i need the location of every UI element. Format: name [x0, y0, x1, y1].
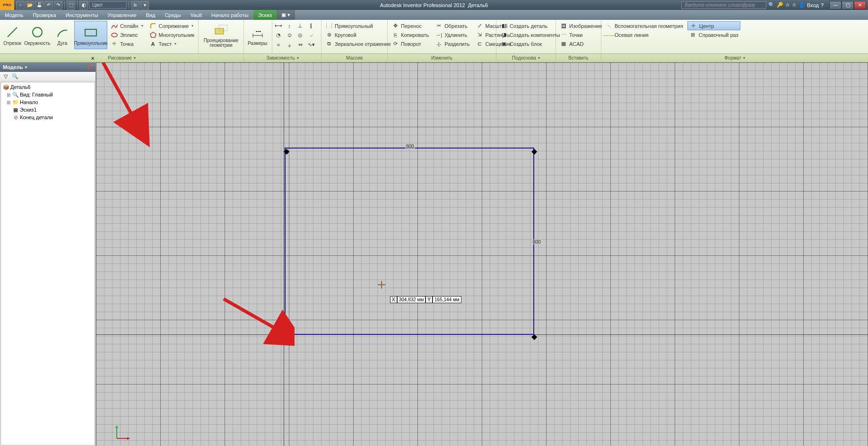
maximize-button[interactable]: ▢: [842, 1, 854, 9]
coord-y-value[interactable]: 165,144 мм: [433, 296, 461, 303]
tool-spline[interactable]: Сплайн▾: [109, 21, 145, 30]
tool-fillet[interactable]: Сопряжение▾: [148, 21, 196, 30]
user-icon[interactable]: 👤: [799, 2, 805, 8]
qat-fx[interactable]: fx: [131, 1, 139, 9]
panel-label-format[interactable]: Формат▾: [601, 54, 868, 62]
star-icon[interactable]: ☆: [785, 2, 790, 8]
panel-label-insert[interactable]: Вставить: [556, 54, 601, 62]
tool-construction[interactable]: ⟍Вспомогательная геометрия: [603, 21, 685, 30]
qat-select[interactable]: ⬚: [67, 1, 75, 9]
constraint-coincident[interactable]: ⊙: [285, 31, 295, 40]
tool-centerpoint[interactable]: ✛Центр: [687, 21, 740, 30]
menu-manage[interactable]: Управление: [103, 10, 141, 20]
tool-extend[interactable]: →|Удлинить: [433, 30, 471, 39]
tool-rectangle[interactable]: Прямоугольник: [74, 21, 107, 49]
panel-label-layout[interactable]: Подоснова▾: [496, 54, 556, 62]
tree-root[interactable]: 📦Деталь6: [2, 83, 94, 91]
tool-circle[interactable]: Окружность: [24, 21, 51, 49]
login-link[interactable]: Вход: [807, 2, 819, 8]
tool-split[interactable]: -|-Разделить: [433, 39, 471, 48]
constraint-perp[interactable]: ⊥: [295, 21, 306, 30]
tool-make-block[interactable]: ▣Создать блок: [498, 39, 562, 48]
menu-collapse[interactable]: ▣ ▾: [277, 10, 295, 20]
menu-sketch[interactable]: Эскиз: [253, 10, 277, 20]
tree-end[interactable]: ⊘Конец детали: [2, 114, 94, 121]
tool-circ-pattern[interactable]: ⊛Круговой: [323, 30, 393, 39]
corner-handle-tr[interactable]: ◆: [531, 147, 535, 150]
help-icon[interactable]: ?: [821, 2, 824, 8]
tree-view[interactable]: ⊞🔍Вид: Главный: [2, 91, 94, 98]
constraint-vertical[interactable]: ↕: [285, 21, 295, 30]
view-triad[interactable]: [113, 423, 132, 442]
tool-project-geometry[interactable]: Проецирование геометрии: [200, 21, 243, 49]
tool-arc[interactable]: Дуга: [51, 21, 74, 49]
qat-open[interactable]: 📂: [26, 1, 34, 9]
dimension-horizontal[interactable]: 800: [405, 144, 415, 149]
minimize-button[interactable]: —: [829, 1, 842, 9]
qat-material[interactable]: ◐: [79, 1, 88, 9]
tree-sketch[interactable]: ▦Эскиз1: [2, 106, 94, 114]
panel-label-constraint[interactable]: Зависимость▾: [244, 54, 321, 62]
app-logo[interactable]: PRO: [0, 0, 14, 10]
tool-polygon[interactable]: Многоугольник: [148, 30, 196, 39]
tool-trim[interactable]: ✂Обрезать: [433, 21, 471, 30]
corner-handle-br[interactable]: ◆: [531, 332, 535, 336]
browser-header[interactable]: Модель▾ 📌: [0, 62, 95, 72]
menu-tools[interactable]: Инструменты: [61, 10, 103, 20]
constraint-parallel[interactable]: ∥: [306, 21, 317, 30]
menu-environments[interactable]: Среды: [160, 10, 185, 20]
menu-view[interactable]: Вид: [141, 10, 160, 20]
find-icon[interactable]: 🔍: [11, 73, 19, 80]
tool-ellipse[interactable]: Эллипс: [109, 30, 145, 39]
coord-x-value[interactable]: 304,832 мм: [397, 296, 426, 303]
qat-new[interactable]: ▫: [16, 1, 25, 9]
tool-image[interactable]: 🖼Изображение: [558, 21, 604, 30]
tool-points[interactable]: ⋯Точки: [558, 30, 604, 39]
tool-rect-pattern[interactable]: ⋮⋮Прямоугольный: [323, 21, 393, 30]
constraint-collinear[interactable]: ⟋: [306, 31, 317, 40]
tool-driven[interactable]: ⊞Справочный раз: [687, 30, 740, 39]
color-dropdown[interactable]: Цвет: [89, 1, 127, 9]
constraint-fix[interactable]: ⏚: [285, 40, 295, 49]
graphics-canvas[interactable]: ◆ ◆ ◆ 800 600 X 304,832 мм Y 165,144 мм: [96, 62, 868, 446]
tool-text[interactable]: AТекст▾: [148, 39, 196, 48]
qat-undo[interactable]: ↶: [44, 1, 53, 9]
tool-mirror[interactable]: ⧉Зеркальное отражение: [323, 39, 393, 48]
qat-redo[interactable]: ↷: [54, 1, 62, 9]
constraint-equal[interactable]: =: [274, 40, 284, 49]
menu-vault[interactable]: Vault: [186, 10, 207, 20]
tool-dimension[interactable]: ⟷Размеры: [245, 21, 270, 49]
pin-icon[interactable]: 📌: [87, 65, 93, 70]
tool-copy[interactable]: ⎘Копировать: [390, 30, 431, 39]
tool-rotate[interactable]: ⟳Поворот: [390, 39, 431, 48]
qat-save[interactable]: 💾: [35, 1, 43, 9]
constraint-smooth[interactable]: ∿▾: [306, 40, 317, 49]
constraint-horizontal[interactable]: ⟷: [274, 21, 284, 30]
panel-label-modify[interactable]: Изменить: [388, 54, 496, 62]
menu-inspect[interactable]: Проверка: [28, 10, 61, 20]
tree-origin[interactable]: ⊞📁Начало: [2, 98, 94, 106]
panel-label-pattern[interactable]: Массив: [321, 54, 388, 62]
tool-move[interactable]: ✥Перенос: [390, 21, 431, 30]
menu-getstarted[interactable]: Начало работы: [207, 10, 253, 20]
tool-centerline[interactable]: —·—Осевая линия: [603, 30, 685, 39]
close-button[interactable]: ✕: [854, 1, 866, 9]
star2-icon[interactable]: ☆: [792, 2, 797, 8]
constraint-concentric[interactable]: ◎: [295, 31, 306, 40]
dimension-vertical[interactable]: 600: [532, 239, 542, 245]
menu-model[interactable]: Модель: [0, 10, 28, 20]
tool-make-comp[interactable]: ◨Создать компоненты: [498, 30, 562, 39]
tool-acad[interactable]: ▦ACAD: [558, 39, 604, 48]
qat-more[interactable]: ▾: [140, 1, 149, 9]
tool-line[interactable]: Отрезок: [1, 21, 24, 49]
tool-point[interactable]: ✛Точка: [109, 39, 145, 48]
filter-icon[interactable]: ▽: [2, 73, 9, 80]
search-input[interactable]: Введите ключевое слово/фразу: [681, 1, 766, 9]
browser-close-icon[interactable]: ✕: [91, 56, 95, 61]
tool-make-part[interactable]: ◧Создать деталь: [498, 21, 562, 30]
panel-label-draw[interactable]: Рисование▾: [0, 54, 244, 62]
sketch-rectangle[interactable]: ◆ ◆ ◆: [285, 148, 534, 335]
key-icon[interactable]: 🔑: [777, 2, 783, 8]
constraint-tangent[interactable]: ◔: [274, 31, 284, 40]
corner-handle-tl[interactable]: ◆: [284, 147, 287, 150]
